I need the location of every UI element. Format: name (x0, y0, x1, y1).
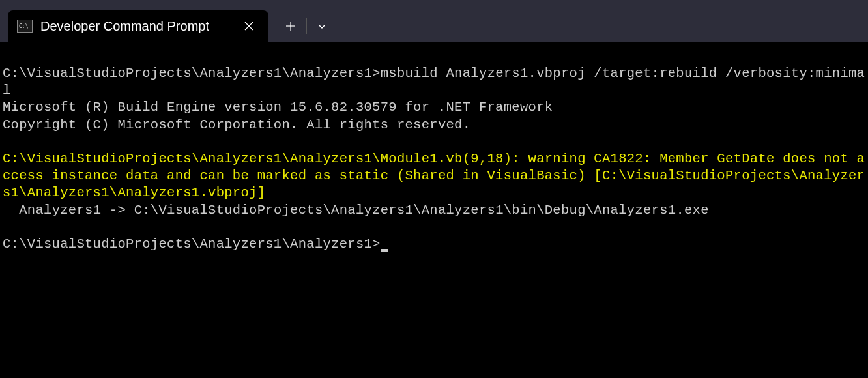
terminal-output[interactable]: C:\VisualStudioProjects\Analyzers1\Analy… (0, 42, 868, 378)
tab-actions (268, 10, 337, 42)
titlebar: C:\ Developer Command Prompt (0, 0, 868, 42)
tab-dropdown-button[interactable] (307, 16, 337, 36)
cursor (381, 249, 388, 252)
output-line: Microsoft (R) Build Engine version 15.6.… (3, 100, 553, 115)
tab-title: Developer Command Prompt (40, 19, 209, 34)
close-tab-button[interactable] (239, 18, 259, 34)
terminal-icon: C:\ (17, 20, 33, 33)
active-tab[interactable]: C:\ Developer Command Prompt (8, 10, 268, 42)
output-line: Copyright (C) Microsoft Corporation. All… (3, 117, 470, 132)
prompt: C:\VisualStudioProjects\Analyzers1\Analy… (3, 66, 381, 81)
warning-line: C:\VisualStudioProjects\Analyzers1\Analy… (3, 151, 865, 200)
prompt: C:\VisualStudioProjects\Analyzers1\Analy… (3, 237, 381, 252)
output-line: Analyzers1 -> C:\VisualStudioProjects\An… (3, 203, 709, 218)
new-tab-button[interactable] (275, 16, 306, 36)
